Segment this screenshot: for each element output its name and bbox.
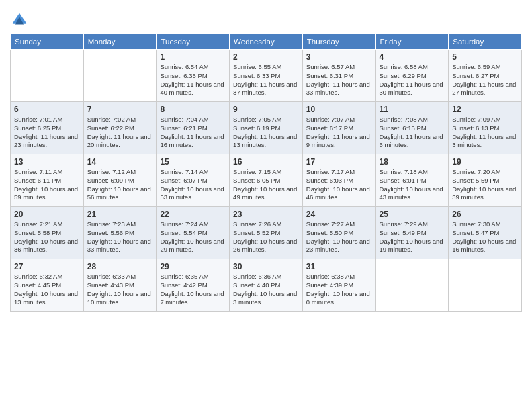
day-detail: Sunrise: 6:38 AM Sunset: 4:39 PM Dayligh… (306, 273, 372, 307)
day-number: 20 (14, 210, 80, 219)
day-number: 5 (452, 52, 518, 62)
day-detail: Sunrise: 6:33 AM Sunset: 4:43 PM Dayligh… (87, 273, 153, 307)
day-detail: Sunrise: 7:29 AM Sunset: 5:49 PM Dayligh… (380, 220, 445, 255)
day-cell: 1Sunrise: 6:54 AM Sunset: 6:35 PM Daylig… (157, 50, 230, 102)
day-detail: Sunrise: 6:57 AM Sunset: 6:31 PM Dayligh… (306, 63, 372, 97)
weekday-header-row: SundayMondayTuesdayWednesdayThursdayFrid… (11, 34, 522, 50)
day-number: 25 (380, 210, 445, 219)
day-cell: 5Sunrise: 6:59 AM Sunset: 6:27 PM Daylig… (449, 50, 522, 102)
day-detail: Sunrise: 6:58 AM Sunset: 6:29 PM Dayligh… (380, 63, 445, 97)
day-cell: 3Sunrise: 6:57 AM Sunset: 6:31 PM Daylig… (302, 50, 375, 102)
day-detail: Sunrise: 7:11 AM Sunset: 6:11 PM Dayligh… (14, 168, 80, 202)
day-cell: 28Sunrise: 6:33 AM Sunset: 4:43 PM Dayli… (83, 259, 157, 312)
day-cell: 8Sunrise: 7:04 AM Sunset: 6:21 PM Daylig… (157, 102, 230, 154)
day-number: 12 (452, 105, 518, 114)
logo-icon (10, 11, 29, 30)
day-detail: Sunrise: 6:59 AM Sunset: 6:27 PM Dayligh… (452, 63, 518, 97)
day-number: 2 (233, 52, 299, 62)
page: SundayMondayTuesdayWednesdayThursdayFrid… (0, 0, 532, 411)
day-detail: Sunrise: 6:32 AM Sunset: 4:45 PM Dayligh… (14, 273, 80, 307)
day-number: 29 (160, 262, 226, 271)
day-cell (375, 259, 449, 312)
day-number: 8 (160, 105, 226, 114)
day-detail: Sunrise: 7:08 AM Sunset: 6:15 PM Dayligh… (380, 116, 445, 150)
day-detail: Sunrise: 7:21 AM Sunset: 5:58 PM Dayligh… (14, 220, 80, 255)
day-detail: Sunrise: 7:02 AM Sunset: 6:22 PM Dayligh… (87, 116, 153, 150)
day-number: 27 (14, 262, 80, 271)
day-cell: 29Sunrise: 6:35 AM Sunset: 4:42 PM Dayli… (157, 259, 230, 312)
day-number: 15 (160, 157, 226, 167)
day-cell: 9Sunrise: 7:05 AM Sunset: 6:19 PM Daylig… (230, 102, 303, 154)
day-cell: 27Sunrise: 6:32 AM Sunset: 4:45 PM Dayli… (11, 259, 84, 312)
day-number: 21 (87, 210, 153, 219)
day-cell (83, 50, 157, 102)
day-number: 19 (452, 157, 518, 167)
day-cell: 14Sunrise: 7:12 AM Sunset: 6:09 PM Dayli… (83, 154, 157, 207)
day-number: 4 (380, 52, 445, 62)
day-detail: Sunrise: 7:17 AM Sunset: 6:03 PM Dayligh… (306, 168, 372, 202)
day-detail: Sunrise: 7:01 AM Sunset: 6:25 PM Dayligh… (14, 116, 80, 150)
day-number: 11 (380, 105, 445, 114)
day-cell: 16Sunrise: 7:15 AM Sunset: 6:05 PM Dayli… (230, 154, 303, 207)
day-number: 24 (306, 210, 372, 219)
day-detail: Sunrise: 7:05 AM Sunset: 6:19 PM Dayligh… (233, 116, 299, 150)
day-detail: Sunrise: 7:20 AM Sunset: 5:59 PM Dayligh… (452, 168, 518, 202)
day-cell (11, 50, 84, 102)
day-cell: 13Sunrise: 7:11 AM Sunset: 6:11 PM Dayli… (11, 154, 84, 207)
day-cell: 26Sunrise: 7:30 AM Sunset: 5:47 PM Dayli… (449, 207, 522, 259)
day-detail: Sunrise: 6:54 AM Sunset: 6:35 PM Dayligh… (160, 63, 226, 97)
day-cell: 6Sunrise: 7:01 AM Sunset: 6:25 PM Daylig… (11, 102, 84, 154)
day-detail: Sunrise: 7:18 AM Sunset: 6:01 PM Dayligh… (380, 168, 445, 202)
logo (10, 11, 32, 30)
weekday-header-thursday: Thursday (302, 34, 375, 50)
day-cell: 24Sunrise: 7:27 AM Sunset: 5:50 PM Dayli… (302, 207, 375, 259)
day-detail: Sunrise: 6:35 AM Sunset: 4:42 PM Dayligh… (160, 273, 226, 307)
day-detail: Sunrise: 7:14 AM Sunset: 6:07 PM Dayligh… (160, 168, 226, 202)
day-number: 28 (87, 262, 153, 271)
day-cell: 7Sunrise: 7:02 AM Sunset: 6:22 PM Daylig… (83, 102, 157, 154)
week-row-3: 13Sunrise: 7:11 AM Sunset: 6:11 PM Dayli… (11, 154, 522, 207)
day-detail: Sunrise: 6:55 AM Sunset: 6:33 PM Dayligh… (233, 63, 299, 97)
day-cell: 22Sunrise: 7:24 AM Sunset: 5:54 PM Dayli… (157, 207, 230, 259)
day-detail: Sunrise: 7:15 AM Sunset: 6:05 PM Dayligh… (233, 168, 299, 202)
day-cell: 18Sunrise: 7:18 AM Sunset: 6:01 PM Dayli… (375, 154, 449, 207)
day-cell: 23Sunrise: 7:26 AM Sunset: 5:52 PM Dayli… (230, 207, 303, 259)
day-detail: Sunrise: 7:04 AM Sunset: 6:21 PM Dayligh… (160, 116, 226, 150)
calendar: SundayMondayTuesdayWednesdayThursdayFrid… (10, 34, 522, 312)
day-detail: Sunrise: 7:12 AM Sunset: 6:09 PM Dayligh… (87, 168, 153, 202)
day-number: 3 (306, 52, 372, 62)
day-cell: 15Sunrise: 7:14 AM Sunset: 6:07 PM Dayli… (157, 154, 230, 207)
day-number: 16 (233, 157, 299, 167)
week-row-1: 1Sunrise: 6:54 AM Sunset: 6:35 PM Daylig… (11, 50, 522, 102)
day-number: 10 (306, 105, 372, 114)
day-number: 6 (14, 105, 80, 114)
day-detail: Sunrise: 7:30 AM Sunset: 5:47 PM Dayligh… (452, 220, 518, 255)
day-number: 7 (87, 105, 153, 114)
day-detail: Sunrise: 6:36 AM Sunset: 4:40 PM Dayligh… (233, 273, 299, 307)
day-cell: 11Sunrise: 7:08 AM Sunset: 6:15 PM Dayli… (375, 102, 449, 154)
day-cell: 19Sunrise: 7:20 AM Sunset: 5:59 PM Dayli… (449, 154, 522, 207)
day-cell: 12Sunrise: 7:09 AM Sunset: 6:13 PM Dayli… (449, 102, 522, 154)
day-detail: Sunrise: 7:23 AM Sunset: 5:56 PM Dayligh… (87, 220, 153, 255)
day-cell: 25Sunrise: 7:29 AM Sunset: 5:49 PM Dayli… (375, 207, 449, 259)
day-cell: 4Sunrise: 6:58 AM Sunset: 6:29 PM Daylig… (375, 50, 449, 102)
day-number: 9 (233, 105, 299, 114)
weekday-header-tuesday: Tuesday (157, 34, 230, 50)
day-number: 17 (306, 157, 372, 167)
day-detail: Sunrise: 7:09 AM Sunset: 6:13 PM Dayligh… (452, 116, 518, 150)
weekday-header-monday: Monday (83, 34, 157, 50)
day-detail: Sunrise: 7:07 AM Sunset: 6:17 PM Dayligh… (306, 116, 372, 150)
day-cell (449, 259, 522, 312)
day-number: 1 (160, 52, 226, 62)
day-number: 23 (233, 210, 299, 219)
day-cell: 17Sunrise: 7:17 AM Sunset: 6:03 PM Dayli… (302, 154, 375, 207)
day-cell: 10Sunrise: 7:07 AM Sunset: 6:17 PM Dayli… (302, 102, 375, 154)
day-number: 26 (452, 210, 518, 219)
week-row-5: 27Sunrise: 6:32 AM Sunset: 4:45 PM Dayli… (11, 259, 522, 312)
day-detail: Sunrise: 7:24 AM Sunset: 5:54 PM Dayligh… (160, 220, 226, 255)
weekday-header-friday: Friday (375, 34, 449, 50)
week-row-4: 20Sunrise: 7:21 AM Sunset: 5:58 PM Dayli… (11, 207, 522, 259)
day-number: 18 (380, 157, 445, 167)
day-cell: 2Sunrise: 6:55 AM Sunset: 6:33 PM Daylig… (230, 50, 303, 102)
day-number: 31 (306, 262, 372, 271)
